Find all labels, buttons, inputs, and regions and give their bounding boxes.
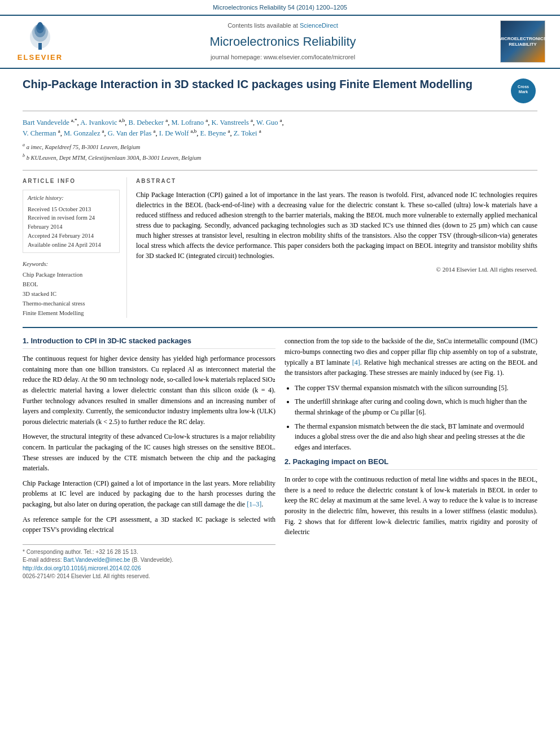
author-dewolf[interactable]: I. De Wolf bbox=[159, 129, 189, 137]
history-label: Article history: bbox=[28, 194, 115, 202]
section2-heading: 2. Packaging impact on BEOL bbox=[285, 457, 537, 470]
ref-link-5[interactable]: [5] bbox=[499, 384, 507, 392]
svg-text:Cross: Cross bbox=[518, 85, 529, 89]
body-right-column: connection from the top side to the back… bbox=[285, 336, 537, 580]
author-vanderplas[interactable]: G. Van der Plas bbox=[108, 129, 152, 137]
article-info-column: ARTICLE INFO Article history: Received 1… bbox=[23, 177, 127, 318]
affiliation-b: b b KULeuven, Dept MTM, Celestijnenlaan … bbox=[23, 152, 537, 162]
abstract-text: Chip Package Interaction (CPI) gained a … bbox=[136, 190, 537, 261]
bullet-tsv: The copper TSV thermal expansion mismatc… bbox=[295, 383, 537, 394]
footer-left: * Corresponding author. Tel.: +32 16 28 … bbox=[23, 548, 173, 581]
history-available: Available online 24 April 2014 bbox=[28, 241, 115, 250]
keywords-section: Keywords: Chip Package Interaction BEOL … bbox=[23, 260, 120, 318]
authors-line: Bart Vandevelde a,*, A. Ivankovic a,b, B… bbox=[23, 117, 537, 139]
science-direct-label: Contents lists available at ScienceDirec… bbox=[77, 21, 489, 30]
author-gonzalez[interactable]: M. Gonzalez bbox=[64, 129, 100, 137]
author-vanstreels[interactable]: K. Vanstreels bbox=[211, 119, 248, 126]
bullet-underfill: The underfill shrinkage after curing and… bbox=[295, 396, 537, 417]
journal-reference: Microelectronics Reliability 54 (2014) 1… bbox=[0, 0, 560, 15]
ref-link-1-3[interactable]: [1–3] bbox=[247, 500, 261, 508]
article-title: Chip-Package Interaction in 3D stacked I… bbox=[23, 77, 509, 91]
microelectronics-reliability-logo: MICROELECTRONICSRELIABILITY bbox=[500, 20, 545, 63]
journal-logo-right: MICROELECTRONICSRELIABILITY bbox=[495, 20, 551, 63]
elsevier-tree-icon bbox=[23, 20, 57, 51]
issn-line: 0026-2714/© 2014 Elsevier Ltd. All right… bbox=[23, 573, 173, 581]
article-title-section: Chip-Package Interaction in 3D stacked I… bbox=[23, 77, 537, 111]
copyright-notice: © 2014 Elsevier Ltd. All rights reserved… bbox=[136, 265, 537, 274]
corresponding-author: * Corresponding author. Tel.: +32 16 28 … bbox=[23, 548, 173, 557]
author-ivankovic[interactable]: A. Ivankovic bbox=[80, 119, 117, 126]
ref-link-4[interactable]: [4] bbox=[352, 359, 360, 366]
bullet-thermal-expansion: The thermal expansion mismatch between t… bbox=[295, 421, 537, 453]
body-para-3: Chip Package Interaction (CPI) gained a … bbox=[23, 478, 275, 510]
author-tokei[interactable]: Z. Tokei bbox=[234, 129, 257, 137]
affiliation-a: a a imec, Kapeldreef 75, B-3001 Leuven, … bbox=[23, 142, 537, 151]
elsevier-label: ELSEVIER bbox=[18, 53, 63, 63]
body-para-4: As reference sample for the CPI assessme… bbox=[23, 514, 275, 535]
elsevier-logo-section: ELSEVIER bbox=[9, 20, 71, 63]
footer-section: * Corresponding author. Tel.: +32 16 28 … bbox=[23, 544, 275, 581]
author-beyne[interactable]: E. Beyne bbox=[200, 129, 226, 137]
crossmark-logo[interactable]: Cross Mark bbox=[509, 77, 537, 105]
crossmark-badge: Cross Mark bbox=[511, 78, 536, 103]
doi-line: http://dx.doi.org/10.1016/j.microrel.201… bbox=[23, 565, 173, 573]
article-body: ARTICLE INFO Article history: Received 1… bbox=[23, 170, 537, 318]
body-para-2: However, the structural integrity of the… bbox=[23, 431, 275, 473]
main-content: Chip-Package Interaction in 3D stacked I… bbox=[0, 69, 560, 592]
svg-point-7 bbox=[38, 43, 42, 47]
history-received: Received 15 October 2013 bbox=[28, 205, 115, 214]
author-bart[interactable]: Bart Vandevelde bbox=[23, 119, 69, 126]
author-lofrano[interactable]: M. Lofrano bbox=[171, 119, 204, 126]
svg-point-6 bbox=[37, 22, 43, 30]
journal-title-section: Contents lists available at ScienceDirec… bbox=[71, 21, 495, 62]
history-accepted: Accepted 24 February 2014 bbox=[28, 231, 115, 241]
keywords-label: Keywords: bbox=[23, 260, 120, 268]
body-para-1: The continuous request for higher device… bbox=[23, 353, 275, 427]
article-history-box: Article history: Received 15 October 201… bbox=[23, 190, 120, 253]
abstract-heading: ABSTRACT bbox=[136, 177, 537, 186]
keyword-fem: Finite Element Modelling bbox=[23, 309, 120, 318]
elsevier-logo: ELSEVIER bbox=[18, 20, 63, 63]
keyword-thermo: Thermo-mechanical stress bbox=[23, 299, 120, 309]
section2-text: In order to cope with the continuous red… bbox=[285, 474, 537, 538]
abstract-column: ABSTRACT Chip Package Interaction (CPI) … bbox=[136, 177, 537, 318]
email-line: E-mail address: Bart.Vandevelde@imec.be … bbox=[23, 556, 173, 565]
author-guo[interactable]: W. Guo bbox=[256, 119, 278, 126]
body-left-column: 1. Introduction to CPI in 3D-IC stacked … bbox=[23, 336, 275, 580]
journal-header: ELSEVIER Contents lists available at Sci… bbox=[0, 15, 560, 69]
journal-homepage: journal homepage: www.elsevier.com/locat… bbox=[77, 53, 489, 62]
history-revised: Received in revised form 24 February 201… bbox=[28, 213, 115, 231]
author-email-link[interactable]: Bart.Vandevelde@imec.be bbox=[63, 557, 130, 563]
keyword-3d: 3D stacked IC bbox=[23, 290, 120, 299]
journal-title: Microelectronics Reliability bbox=[77, 33, 489, 51]
keyword-cpi: Chip Package Interaction bbox=[23, 270, 120, 280]
author-debecker[interactable]: B. Debecker bbox=[129, 119, 164, 126]
ref-link-6[interactable]: [6] bbox=[417, 408, 425, 416]
science-direct-link[interactable]: ScienceDirect bbox=[300, 22, 338, 29]
keyword-beol: BEOL bbox=[23, 280, 120, 290]
svg-text:Mark: Mark bbox=[519, 90, 528, 94]
right-intro-text: connection from the top side to the back… bbox=[285, 336, 537, 378]
doi-link[interactable]: http://dx.doi.org/10.1016/j.microrel.201… bbox=[23, 565, 141, 571]
section1-heading: 1. Introduction to CPI in 3D-IC stacked … bbox=[23, 336, 275, 349]
stress-causes-list: The copper TSV thermal expansion mismatc… bbox=[285, 383, 537, 453]
author-cherman[interactable]: V. Cherman bbox=[23, 129, 56, 137]
article-info-heading: ARTICLE INFO bbox=[23, 177, 120, 186]
paper-body: 1. Introduction to CPI in 3D-IC stacked … bbox=[23, 327, 537, 580]
